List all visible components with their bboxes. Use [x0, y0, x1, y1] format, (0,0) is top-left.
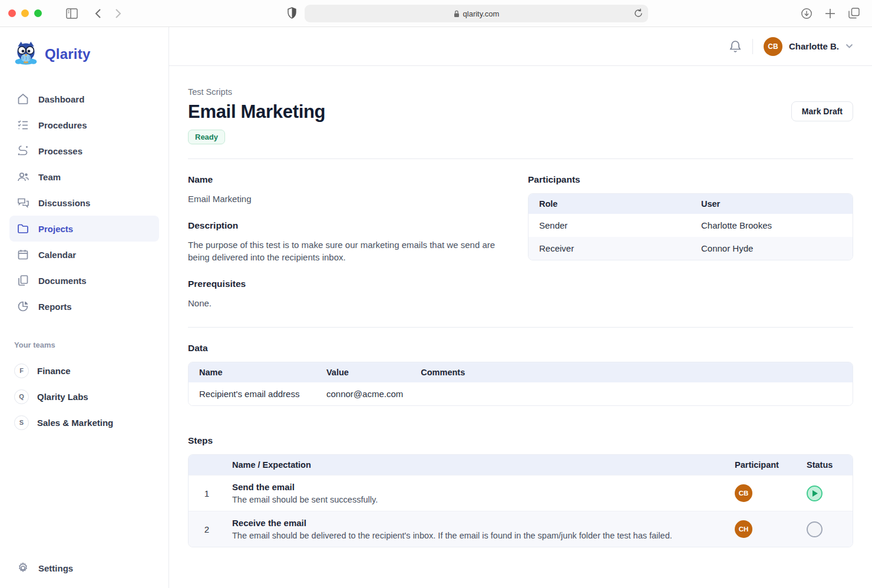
- downloads-icon[interactable]: [798, 5, 815, 22]
- column-header-comments: Comments: [410, 362, 853, 382]
- user-avatar: CB: [764, 37, 782, 56]
- new-tab-icon[interactable]: [821, 5, 839, 22]
- mark-draft-button[interactable]: Mark Draft: [791, 101, 853, 121]
- sidebar-toggle-icon[interactable]: [63, 5, 81, 22]
- step-name: Receive the email: [232, 518, 717, 528]
- sidebar-item-calendar[interactable]: Calendar: [9, 242, 159, 267]
- sidebar-item-label: Calendar: [38, 250, 76, 260]
- your-teams-heading: Your teams: [14, 341, 159, 349]
- step-row: 2 Receive the email The email should be …: [189, 511, 853, 547]
- user-menu[interactable]: CB Charlotte B.: [764, 37, 853, 56]
- sidebar-item-label: Discussions: [38, 198, 90, 208]
- column-header-step-number: [189, 455, 222, 475]
- reload-icon[interactable]: [634, 8, 643, 20]
- calendar-icon: [16, 248, 29, 261]
- sidebar-item-label: Team: [38, 172, 61, 182]
- section-divider: [188, 327, 853, 328]
- sidebar-item-procedures[interactable]: Procedures: [9, 112, 159, 138]
- step-status-pending-icon[interactable]: [807, 521, 823, 537]
- sidebar-item-label: Dashboard: [38, 94, 84, 104]
- participant-user: Charlotte Brookes: [691, 214, 853, 237]
- team-label: Qlarity Labs: [37, 392, 88, 402]
- participant-avatar: CB: [735, 484, 752, 502]
- team-initial-badge: F: [14, 364, 29, 378]
- step-name: Send the email: [232, 482, 717, 492]
- data-comments-cell: [410, 382, 853, 405]
- participant-role: Receiver: [529, 237, 691, 260]
- flow-icon: [16, 144, 29, 157]
- sidebar-item-documents[interactable]: Documents: [9, 267, 159, 293]
- sidebar-item-projects[interactable]: Projects: [9, 216, 159, 242]
- sidebar-item-label: Procedures: [38, 120, 87, 130]
- data-name-cell: Recipient's email address: [189, 382, 316, 405]
- sidebar-item-processes[interactable]: Processes: [9, 138, 159, 164]
- address-bar[interactable]: qlarity.com: [305, 5, 648, 22]
- minimize-window-button[interactable]: [21, 9, 29, 17]
- browser-toolbar: qlarity.com: [0, 0, 872, 27]
- sidebar-team-sales-marketing[interactable]: S Sales & Marketing: [9, 409, 159, 435]
- sidebar-item-dashboard[interactable]: Dashboard: [9, 86, 159, 112]
- sidebar-item-settings[interactable]: Settings: [9, 555, 159, 581]
- sidebar-item-label: Projects: [38, 224, 73, 234]
- step-expectation: The email should be delivered to the rec…: [232, 531, 717, 540]
- name-value: Email Marketing: [188, 193, 500, 205]
- column-header-name-expectation: Name / Expectation: [222, 455, 724, 475]
- name-label: Name: [188, 174, 514, 185]
- step-status-in-progress-icon[interactable]: [807, 485, 823, 501]
- app-header: CB Charlotte B.: [169, 27, 872, 66]
- home-icon: [16, 93, 29, 105]
- sidebar: Qlarity Dashboard Procedures: [0, 27, 169, 588]
- participants-label: Participants: [528, 174, 853, 185]
- data-table: Name Value Comments Recipient's email ad…: [188, 362, 853, 406]
- tab-overview-icon[interactable]: [845, 5, 863, 22]
- sidebar-team-qlarity-labs[interactable]: Q Qlarity Labs: [9, 384, 159, 409]
- forward-button[interactable]: [109, 5, 127, 22]
- step-expectation: The email should be sent successfully.: [232, 495, 717, 504]
- sidebar-item-team[interactable]: Team: [9, 164, 159, 190]
- header-divider: [752, 39, 753, 54]
- brand-logo[interactable]: Qlarity: [9, 27, 159, 86]
- column-header-participant: Participant: [724, 455, 796, 475]
- data-value-cell: connor@acme.com: [316, 382, 410, 405]
- pie-chart-icon: [16, 300, 29, 313]
- description-label: Description: [188, 220, 514, 231]
- sidebar-item-reports[interactable]: Reports: [9, 293, 159, 319]
- window-controls: [8, 9, 42, 17]
- privacy-shield-icon[interactable]: [288, 7, 296, 21]
- page-title: Email Marketing: [188, 101, 325, 123]
- data-section: Data Name Value Comments Recipient's ema…: [188, 343, 853, 406]
- prerequisites-value: None.: [188, 297, 500, 309]
- zoom-window-button[interactable]: [34, 9, 42, 17]
- gear-icon: [16, 561, 29, 574]
- breadcrumb[interactable]: Test Scripts: [188, 87, 853, 97]
- column-header-status: Status: [796, 455, 853, 475]
- sidebar-item-label: Settings: [38, 563, 73, 573]
- chat-icon: [16, 196, 29, 209]
- close-window-button[interactable]: [8, 9, 16, 17]
- team-label: Finance: [37, 366, 71, 376]
- step-number: 1: [189, 475, 222, 511]
- participant-role: Sender: [529, 214, 691, 237]
- steps-section: Steps Name / Expectation Participant Sta…: [188, 435, 853, 547]
- participants-table: Role User Sender Charlotte Brookes Recei…: [528, 193, 853, 260]
- user-name: Charlotte B.: [789, 41, 839, 51]
- owl-logo-icon: [13, 40, 39, 68]
- participant-user: Connor Hyde: [691, 237, 853, 260]
- column-header-name: Name: [189, 362, 316, 382]
- details-column: Name Email Marketing Description The pur…: [188, 174, 514, 325]
- folder-icon: [16, 222, 29, 235]
- sidebar-item-label: Reports: [38, 302, 72, 312]
- sidebar-item-discussions[interactable]: Discussions: [9, 190, 159, 216]
- people-icon: [16, 170, 29, 183]
- back-button[interactable]: [89, 5, 107, 22]
- sidebar-item-label: Processes: [38, 146, 82, 156]
- notifications-bell-icon[interactable]: [729, 39, 742, 54]
- column-header-role: Role: [529, 194, 691, 214]
- brand-name: Qlarity: [45, 46, 90, 62]
- section-divider: [188, 158, 853, 159]
- step-row: 1 Send the email The email should be sen…: [189, 475, 853, 511]
- team-label: Sales & Marketing: [37, 418, 113, 428]
- participant-avatar: CH: [735, 520, 752, 538]
- column-header-user: User: [691, 194, 853, 214]
- sidebar-team-finance[interactable]: F Finance: [9, 358, 159, 384]
